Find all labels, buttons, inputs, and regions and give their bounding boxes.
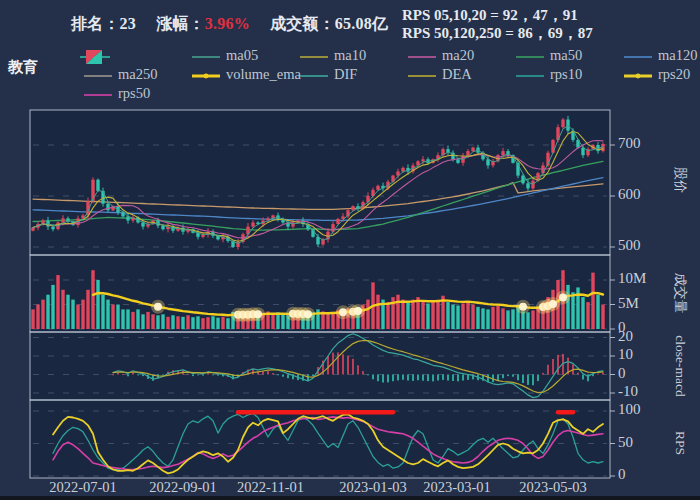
legend-item-ma120: ma120 xyxy=(624,47,697,63)
legend-item-DEA: DEA xyxy=(408,66,472,82)
svg-text:-10: -10 xyxy=(618,383,638,399)
svg-text:50: 50 xyxy=(618,434,633,450)
svg-text:ma20: ma20 xyxy=(442,47,474,63)
panel-bg-macd xyxy=(30,332,610,400)
svg-text:DIF: DIF xyxy=(334,66,357,82)
svg-text:500: 500 xyxy=(618,237,641,253)
x-tick-label: 2023-01-03 xyxy=(339,479,407,495)
svg-text:600: 600 xyxy=(618,186,641,202)
stock-chart-window: 排名：23 涨幅：3.96% 成交额：65.08亿 RPS 05,10,20 =… xyxy=(0,0,700,500)
x-tick-label: 2022-09-01 xyxy=(149,479,217,495)
svg-text:ma10: ma10 xyxy=(334,47,366,63)
x-tick-label: 2023-03-01 xyxy=(423,479,491,495)
svg-text:20: 20 xyxy=(618,328,633,344)
legend-item-ma10: ma10 xyxy=(300,47,366,63)
svg-text:0: 0 xyxy=(618,365,626,381)
svg-text:volume_ema: volume_ema xyxy=(226,66,301,82)
legend-candle-icon xyxy=(80,50,110,64)
svg-text:ma120: ma120 xyxy=(658,47,697,63)
x-tick-label: 2022-07-01 xyxy=(49,479,117,495)
window-bottom-edge xyxy=(0,496,700,500)
svg-text:0: 0 xyxy=(618,466,626,482)
legend-item-ma50: ma50 xyxy=(516,47,582,63)
chart-canvas: 50060070005M10M-10010200501002022-07-012… xyxy=(0,0,700,500)
svg-text:10M: 10M xyxy=(618,270,646,286)
y-axis-title-rps: RPS xyxy=(673,431,688,455)
svg-text:100: 100 xyxy=(618,401,641,417)
x-tick-label: 2022-11-01 xyxy=(237,479,304,495)
svg-text:rps20: rps20 xyxy=(658,66,690,82)
y-axis-title-macd: close-macd xyxy=(673,335,688,397)
y-axis-title-volume: 成交量 xyxy=(673,273,688,314)
svg-text:5M: 5M xyxy=(618,295,639,311)
svg-text:rps10: rps10 xyxy=(550,66,582,82)
legend-item-DIF: DIF xyxy=(300,66,357,82)
svg-text:DEA: DEA xyxy=(442,66,472,82)
svg-text:rps50: rps50 xyxy=(118,85,150,101)
legend-item-ma05: ma05 xyxy=(192,47,258,63)
y-axis-title-price: 股价 xyxy=(673,167,688,194)
legend-item-rps20: rps20 xyxy=(624,66,690,82)
legend-item-volume_ema: volume_ema xyxy=(192,66,301,82)
svg-text:ma250: ma250 xyxy=(118,66,157,82)
svg-text:10: 10 xyxy=(618,346,633,362)
svg-text:ma50: ma50 xyxy=(550,47,582,63)
legend-item-ma250: ma250 xyxy=(84,66,157,82)
legend-item-ma20: ma20 xyxy=(408,47,474,63)
svg-text:ma05: ma05 xyxy=(226,47,258,63)
legend-item-rps50: rps50 xyxy=(84,85,150,101)
x-tick-label: 2023-05-03 xyxy=(519,479,587,495)
legend-item-rps10: rps10 xyxy=(516,66,582,82)
svg-text:700: 700 xyxy=(618,135,641,151)
